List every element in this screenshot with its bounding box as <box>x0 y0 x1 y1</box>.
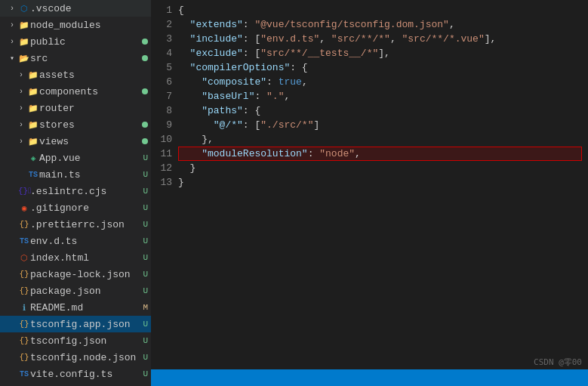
folder-arrow-node-modules <box>6 21 18 29</box>
badge-tsconfig-app: U <box>143 320 148 329</box>
sidebar-item-components[interactable]: 📁 components <box>0 83 151 100</box>
sidebar-item-tsconfig-app[interactable]: {} tsconfig.app.json U <box>0 316 151 332</box>
sidebar-label-public: public <box>30 36 142 48</box>
sidebar-item-env-dts[interactable]: TS env.d.ts U <box>0 233 151 249</box>
sidebar-label-env-dts: env.d.ts <box>30 236 143 247</box>
folder-icon-stores: 📁 <box>27 120 39 130</box>
code-line-4: "exclude": ["src/**/__tests__/*"], <box>178 46 582 60</box>
line-num-5: 5 <box>151 60 172 75</box>
line-num-9: 9 <box>151 118 172 132</box>
sidebar-label-src: src <box>30 53 142 64</box>
badge-tsconfig-node: U <box>143 353 148 362</box>
line-num-10: 10 <box>151 132 172 147</box>
sidebar-label-pkg: package.json <box>30 286 143 297</box>
sidebar-label-stores: stores <box>39 119 142 131</box>
code-line-7: "baseUrl": ".", <box>178 89 582 103</box>
sidebar-label-vscode: .vscode <box>30 3 151 14</box>
badge-prettierrc: U <box>143 220 148 229</box>
code-line-3: "include": ["env.d.ts", "src/**/*", "src… <box>178 32 582 46</box>
sidebar-label-node-modules: node_modules <box>30 20 151 31</box>
code-line-11: "moduleResolution": "node", <box>178 147 582 161</box>
code-editor: 1 2 3 4 5 6 7 8 9 10 11 12 13 { "extends… <box>151 0 588 386</box>
file-icon-pkg: {} <box>18 286 30 295</box>
sidebar-item-vite-config[interactable]: TS vite.config.ts U <box>0 366 151 382</box>
badge-app-vue: U <box>143 153 148 162</box>
sidebar-label-tsconfig-app: tsconfig.app.json <box>30 319 143 330</box>
file-icon-gitignore: ◉ <box>18 203 30 213</box>
folder-arrow-stores <box>15 121 27 129</box>
editor-content: 1 2 3 4 5 6 7 8 9 10 11 12 13 { "extends… <box>151 0 588 369</box>
sidebar-label-assets: assets <box>39 69 151 81</box>
sidebar-label-router: router <box>39 103 151 114</box>
sidebar-item-pkg[interactable]: {} package.json U <box>0 283 151 299</box>
sidebar-item-views[interactable]: 📁 views <box>0 133 151 150</box>
sidebar-label-gitignore: .gitignore <box>30 202 143 214</box>
badge-gitignore: U <box>143 203 148 212</box>
sidebar-item-app-vue[interactable]: ◈ App.vue U <box>0 150 151 166</box>
sidebar-label-components: components <box>39 86 142 97</box>
sidebar-item-tsconfig[interactable]: {} tsconfig.json U <box>0 332 151 349</box>
folder-icon-public: 📁 <box>18 37 30 47</box>
dot-public <box>142 39 148 45</box>
sidebar-item-index-html[interactable]: ⬡ index.html U <box>0 249 151 266</box>
sidebar-item-vscode[interactable]: ⬡ .vscode <box>0 0 151 17</box>
line-num-2: 2 <box>151 17 172 32</box>
code-line-10: }, <box>178 132 582 147</box>
code-line-9: "@/*": ["./src/*"] <box>178 118 582 132</box>
file-icon-readme: ℹ <box>18 303 30 313</box>
sidebar-item-router[interactable]: 📁 router <box>0 100 151 116</box>
code-content[interactable]: { "extends": "@vue/tsconfig/tsconfig.dom… <box>178 3 588 366</box>
code-line-2: "extends": "@vue/tsconfig/tsconfig.dom.j… <box>178 17 582 32</box>
code-line-12: } <box>178 161 582 175</box>
dot-src <box>142 55 148 61</box>
sidebar-item-tsconfig-node[interactable]: {} tsconfig.node.json U <box>0 349 151 366</box>
folder-arrow-src <box>6 54 18 63</box>
file-icon-index-html: ⬡ <box>18 253 30 263</box>
sidebar-label-prettierrc: .prettierrc.json <box>30 219 143 230</box>
sidebar-item-prettierrc[interactable]: {} .prettierrc.json U <box>0 216 151 233</box>
sidebar-item-node-modules[interactable]: 📁 node_modules <box>0 17 151 33</box>
sidebar-item-src[interactable]: 📂 src <box>0 50 151 66</box>
sidebar-item-public[interactable]: 📁 public <box>0 33 151 50</box>
badge-eslintrc: U <box>143 187 148 196</box>
sidebar-item-gitignore[interactable]: ◉ .gitignore U <box>0 199 151 216</box>
sidebar-item-readme[interactable]: ℹ README.md M <box>0 299 151 316</box>
sidebar-label-tsconfig-node: tsconfig.node.json <box>30 352 143 363</box>
line-num-4: 4 <box>151 46 172 60</box>
folder-arrow-components <box>15 88 27 96</box>
folder-icon-views: 📁 <box>27 137 39 147</box>
sidebar-item-pkg-lock[interactable]: {} package-lock.json U <box>0 266 151 283</box>
dot-components <box>142 88 148 94</box>
badge-readme: M <box>143 303 148 312</box>
file-icon-env-dts: TS <box>18 237 30 245</box>
dot-stores <box>142 122 148 128</box>
badge-pkg-lock: U <box>143 270 148 279</box>
sidebar-item-assets[interactable]: 📁 assets <box>0 66 151 83</box>
folder-icon-components: 📁 <box>27 87 39 97</box>
file-icon-main-ts: TS <box>27 171 39 179</box>
badge-index-html: U <box>143 253 148 262</box>
file-icon-tsconfig-app: {} <box>18 320 30 329</box>
badge-pkg: U <box>143 286 148 295</box>
line-num-6: 6 <box>151 75 172 89</box>
file-icon-app-vue: ◈ <box>27 153 39 163</box>
folder-icon-router: 📁 <box>27 103 39 113</box>
sidebar-item-main-ts[interactable]: TS main.ts U <box>0 166 151 183</box>
badge-tsconfig: U <box>143 336 148 345</box>
folder-icon-node-modules: 📁 <box>18 20 30 30</box>
sidebar-item-stores[interactable]: 📁 stores <box>0 116 151 133</box>
file-icon-vite-config: TS <box>18 370 30 378</box>
code-line-1: { <box>178 3 582 17</box>
sidebar-label-eslintrc: .eslintrc.cjs <box>30 186 143 197</box>
line-num-1: 1 <box>151 3 172 17</box>
file-icon-eslintrc: {}⃝ <box>18 187 30 196</box>
sidebar-item-eslintrc[interactable]: {}⃝ .eslintrc.cjs U <box>0 183 151 199</box>
line-num-3: 3 <box>151 32 172 46</box>
dot-views <box>142 138 148 144</box>
folder-icon-vscode: ⬡ <box>18 4 30 14</box>
code-line-5: "compilerOptions": { <box>178 60 582 75</box>
file-explorer: ⬡ .vscode 📁 node_modules 📁 public 📂 src … <box>0 0 151 386</box>
folder-arrow-vscode <box>6 5 18 13</box>
file-icon-pkg-lock: {} <box>18 270 30 279</box>
line-num-8: 8 <box>151 103 172 118</box>
